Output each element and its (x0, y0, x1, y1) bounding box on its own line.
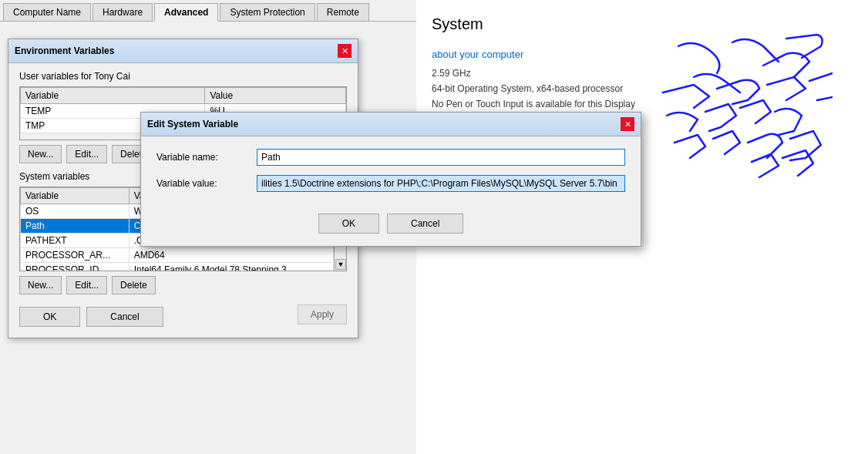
sys-buttons: New... Edit... Delete (19, 276, 347, 294)
user-col-variable: Variable (21, 88, 205, 104)
sys-var-name-1: OS (21, 204, 130, 219)
sys-var-value-5: Intel64 Family 6 Model 78 Stepping 3 (129, 263, 333, 272)
edit-form: Variable name: Variable value: (141, 136, 641, 214)
edit-dialog-close[interactable]: ✕ (621, 117, 634, 131)
sys-var-name-4: PROCESSOR_AR... (21, 248, 130, 263)
edit-dialog-titlebar: Edit System Variable ✕ (141, 113, 641, 136)
sys-var-name-5: PROCESSOR_ID... (21, 263, 130, 272)
variable-name-row: Variable name: (156, 149, 625, 166)
variable-value-label: Variable value: (156, 178, 257, 189)
tab-system-protection[interactable]: System Protection (220, 3, 315, 21)
edit-dialog-title: Edit System Variable (147, 119, 238, 129)
scroll-down-arrow[interactable]: ▼ (335, 259, 346, 270)
tab-bar: Computer Name Hardware Advanced System P… (0, 0, 416, 22)
env-dialog-titlebar: Environment Variables ✕ (8, 39, 358, 63)
env-apply-button[interactable]: Apply (298, 304, 347, 325)
tab-hardware[interactable]: Hardware (93, 3, 153, 21)
variable-name-label: Variable name: (156, 152, 257, 163)
user-variables-label: User variables for Tony Cai (19, 71, 347, 82)
tab-remote[interactable]: Remote (317, 3, 369, 21)
env-dialog-close[interactable]: ✕ (338, 44, 352, 58)
edit-system-variable-dialog: Edit System Variable ✕ Variable name: Va… (140, 112, 641, 247)
variable-name-input[interactable] (257, 149, 625, 166)
tab-advanced[interactable]: Advanced (154, 3, 218, 22)
env-dialog-title: Environment Variables (15, 45, 114, 56)
edit-ok-button[interactable]: OK (318, 214, 379, 234)
sys-col-variable: Variable (21, 188, 130, 204)
sys-edit-button[interactable]: Edit... (66, 276, 107, 294)
user-new-button[interactable]: New... (19, 145, 62, 163)
tab-computer-name[interactable]: Computer Name (3, 3, 91, 21)
env-bottom-buttons: OK Cancel (19, 307, 163, 327)
sys-new-button[interactable]: New... (19, 276, 62, 294)
variable-value-input[interactable] (257, 175, 625, 192)
sys-delete-button[interactable]: Delete (112, 276, 156, 294)
table-row[interactable]: PROCESSOR_AR... AMD64 (21, 248, 334, 263)
user-col-value: Value (205, 88, 346, 104)
variable-value-row: Variable value: (156, 175, 625, 192)
env-cancel-button[interactable]: Cancel (86, 307, 163, 327)
env-ok-button[interactable]: OK (19, 307, 80, 327)
edit-cancel-button[interactable]: Cancel (387, 214, 463, 234)
sys-var-name-2: Path (21, 219, 130, 234)
table-row[interactable]: PROCESSOR_ID... Intel64 Family 6 Model 7… (21, 263, 334, 272)
sys-var-value-4: AMD64 (129, 248, 333, 263)
sys-var-name-3: PATHEXT (21, 234, 130, 248)
user-edit-button[interactable]: Edit... (66, 145, 107, 163)
edit-buttons: OK Cancel (141, 214, 641, 246)
